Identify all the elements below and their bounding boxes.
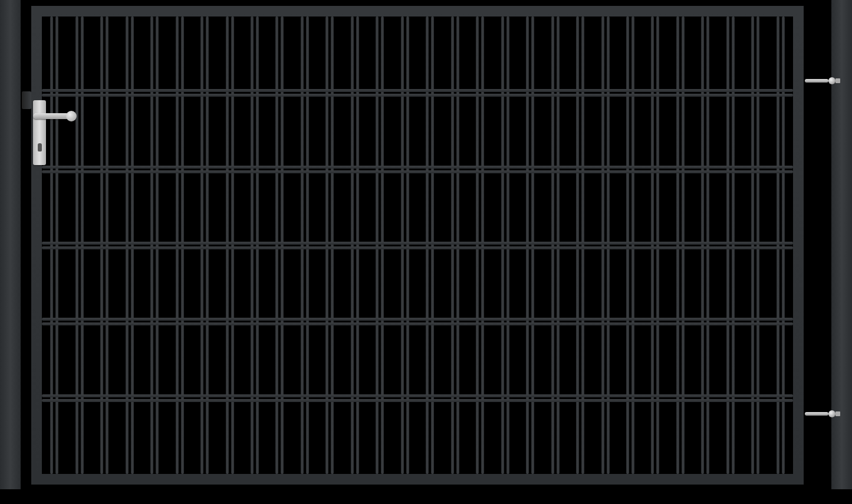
grid-vbar [351,17,354,474]
grid-vbar [301,17,304,474]
grid-vbar [55,17,58,474]
grid-vbar [526,17,529,474]
grid-vbar [200,17,203,474]
grid-vbar [275,17,278,474]
grid-vbar [581,17,584,474]
gate-post-left [0,0,21,489]
grid-vbar [456,17,459,474]
grid-hbar [42,399,793,402]
grid-vbar [732,17,735,474]
grid-vbar [150,17,153,474]
grid-hbar [42,318,793,321]
grid-vbar [231,17,234,474]
grid-vbar [325,17,328,474]
grid-vbar [626,17,629,474]
grid-vbar [126,17,129,474]
grid-vbar [251,17,254,474]
grid-vbar [651,17,654,474]
grid-vbar [782,17,785,474]
grid-vbar [50,17,53,474]
grid-vbar [676,17,679,474]
grid-vbar [756,17,759,474]
hinge-top [805,77,840,85]
grid-vbar [426,17,429,474]
grid-vbar [401,17,404,474]
keyhole-icon [38,143,42,151]
grid-vbar [777,17,779,474]
grid-vbar [451,17,454,474]
grid-vbar [656,17,659,474]
grid-vbar [81,17,84,474]
grid-vbar [256,17,259,474]
grid-vbar [106,17,108,474]
grid-vbar [356,17,359,474]
grid-hbar [42,394,793,397]
grid-vbar [531,17,534,474]
grid-vbar [601,17,604,474]
gate-grid [42,17,793,474]
grid-hbar [42,242,793,245]
grid-vbar [306,17,309,474]
hinge-bottom [805,410,840,418]
grid-vbar [281,17,284,474]
grid-vbar [100,17,103,474]
grid-vbar [406,17,409,474]
grid-vbar [631,17,634,474]
grid-hbar [42,94,793,97]
grid-vbar [476,17,479,474]
grid-hbar [42,322,793,325]
grid-hbar [42,246,793,249]
grid-hbar [42,166,793,169]
grid-vbar [682,17,685,474]
grid-vbar [576,17,579,474]
grid-hbar [42,170,793,173]
grid-vbar [557,17,560,474]
grid-vbar [501,17,504,474]
handle-plate [33,100,46,165]
grid-vbar [381,17,384,474]
grid-vbar [206,17,209,474]
grid-vbar [506,17,509,474]
grid-vbar [226,17,229,474]
grid-vbar [726,17,729,474]
grid-vbar [701,17,704,474]
handle-lever [33,113,70,119]
grid-vbar [481,17,484,474]
gate-latch [22,91,31,109]
grid-vbar [131,17,134,474]
grid-hbar [42,89,793,92]
grid-vbar [156,17,159,474]
grid-vbar [607,17,610,474]
handle-knob [66,111,77,121]
grid-vbar [551,17,554,474]
grid-vbar [376,17,379,474]
grid-vbar [176,17,179,474]
grid-vbar [181,17,184,474]
grid-vbar [751,17,754,474]
grid-vbar [331,17,334,474]
grid-vbar [75,17,78,474]
grid-vbar [431,17,434,474]
grid-vbar [706,17,709,474]
